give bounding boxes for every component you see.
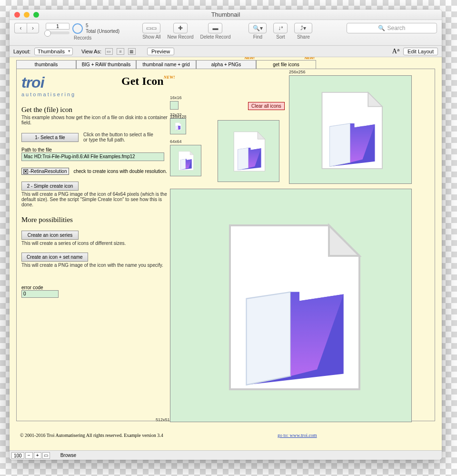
find-label: Find xyxy=(253,34,262,40)
content: thumbnails BIG + RAW thumbnails thumbnai… xyxy=(10,57,442,450)
series-desc: This will create a series of icons of di… xyxy=(21,241,169,246)
footer: © 2001-2016 Troi Automatisering All righ… xyxy=(16,433,435,438)
error-code-field[interactable]: 0 xyxy=(21,290,59,298)
icon-128 xyxy=(218,120,279,182)
size-128-label: 128x128 xyxy=(170,114,187,119)
prev-record-button[interactable]: ‹ xyxy=(14,23,27,33)
status-toggle-button[interactable]: ▭ xyxy=(42,452,50,459)
search-placeholder: Search xyxy=(387,25,405,31)
tab-alpha-png[interactable]: NEW!alpha + PNGs xyxy=(196,60,256,69)
new-badge: NEW! xyxy=(164,75,175,80)
tab-label: thumbnail name + grid xyxy=(142,62,189,67)
new-record-button[interactable]: ✚ xyxy=(173,23,188,33)
checkbox-icon: ✕ xyxy=(23,169,28,174)
size-256-label: 256x256 xyxy=(289,70,306,74)
file-icon xyxy=(306,85,395,174)
search-input[interactable]: 🔍 Search xyxy=(347,23,437,33)
nav-group: ‹ › xyxy=(14,23,39,33)
tabs: thumbnails BIG + RAW thumbnails thumbnai… xyxy=(16,60,442,69)
select-file-button[interactable]: 1- Select a file xyxy=(21,133,79,142)
sort-button[interactable]: ↓ᵃ xyxy=(273,23,288,33)
tab-thumbnails[interactable]: thumbnails xyxy=(16,60,76,69)
icon-32 xyxy=(170,118,186,134)
record-slider[interactable] xyxy=(46,31,70,34)
share-button[interactable]: ⤴▾ xyxy=(294,23,312,33)
layout-select[interactable]: Thumbnails xyxy=(34,48,73,55)
icon-512 xyxy=(170,189,412,422)
create-setname-button[interactable]: Create an icon + set name xyxy=(21,253,88,262)
simple-desc: This will create a PNG image of the icon… xyxy=(21,192,169,207)
create-series-button[interactable]: Create an icon series xyxy=(21,231,79,240)
mode-label: Browse xyxy=(60,453,76,458)
records-label: Records xyxy=(74,35,91,41)
view-table-icon[interactable]: ▦ xyxy=(128,48,136,55)
share-label: Share xyxy=(297,34,310,40)
sort-label: Sort xyxy=(276,34,285,40)
footer-link[interactable]: go to: www.troi.com xyxy=(278,433,317,438)
record-info: 5 Total (Unsorted) xyxy=(86,23,119,34)
icon-256 xyxy=(289,75,412,184)
view-as-label: View As: xyxy=(81,49,101,54)
find-button[interactable]: 🔍▾ xyxy=(248,23,267,33)
edit-layout-button[interactable]: Edit Layout xyxy=(403,48,438,55)
zoom-in-button[interactable]: + xyxy=(34,452,41,459)
show-all-label: Show All xyxy=(142,34,160,40)
section-desc: This example shows how get the icon of a… xyxy=(21,115,169,125)
retina-label: -RetinaResolution xyxy=(29,169,67,174)
titlebar: Thumbnail xyxy=(10,10,442,20)
layout-label: Layout: xyxy=(13,49,30,54)
retina-desc: check to create icons with double resolu… xyxy=(74,169,167,174)
search-icon: 🔍 xyxy=(378,25,385,31)
window-title: Thumbnail xyxy=(10,11,442,18)
clear-all-button[interactable]: Clear all icons xyxy=(248,102,285,110)
tab-body: troi automatisering Get IconNEW! Get the… xyxy=(16,69,435,421)
tab-name-grid[interactable]: thumbnail name + grid xyxy=(136,60,196,69)
size-16-label: 16x16 xyxy=(170,95,182,100)
layout-bar: Layout: Thumbnails View As: ▭ ≡ ▦ Previe… xyxy=(10,46,442,57)
select-file-desc: Click on the button to select a file or … xyxy=(83,132,155,142)
size-64-label: 64x64 xyxy=(170,139,182,144)
tab-label: thumbnails xyxy=(35,62,58,67)
tab-label: get file icons xyxy=(273,62,299,67)
tab-label: alpha + PNGs xyxy=(211,62,241,67)
tab-big-raw[interactable]: BIG + RAW thumbnails xyxy=(76,60,136,69)
zoom-level[interactable]: 100 xyxy=(11,452,24,459)
zoom-out-button[interactable]: − xyxy=(25,452,33,459)
tab-label: BIG + RAW thumbnails xyxy=(82,62,131,67)
toolbar: ‹ › 1 5 Total (Unsorted) Records ▭▭Show … xyxy=(10,20,442,46)
icon-16 xyxy=(170,101,179,110)
status-bar: 100 − + ▭ Browse xyxy=(10,450,442,460)
view-list-icon[interactable]: ≡ xyxy=(117,48,124,55)
page-title: Get IconNEW! xyxy=(121,75,175,88)
next-record-button[interactable]: › xyxy=(27,23,39,33)
delete-record-button[interactable]: ▬ xyxy=(208,23,222,33)
formatting-icon[interactable]: Aᵃ xyxy=(392,47,399,55)
file-icon xyxy=(196,210,386,401)
file-icon xyxy=(226,128,271,174)
delete-record-label: Delete Record xyxy=(200,34,231,40)
records-group: 1 5 Total (Unsorted) Records xyxy=(46,23,119,41)
new-record-label: New Record xyxy=(168,34,194,40)
tab-get-file-icons[interactable]: NEW!get file icons xyxy=(256,60,316,69)
page-title-text: Get Icon xyxy=(121,75,164,87)
record-number[interactable]: 1 xyxy=(46,23,70,30)
preview-area: 16x16 32x32 64x64 128x128 256x256 xyxy=(170,95,417,424)
simple-create-button[interactable]: 2 - Simple create icon xyxy=(21,182,79,191)
retina-checkbox[interactable]: ✕ -RetinaResolution xyxy=(21,168,69,175)
record-total: 5 xyxy=(86,23,119,29)
icon-64 xyxy=(170,145,201,176)
path-input[interactable]: Mac HD:Troi-File-Plug-in8.6:All File Exa… xyxy=(21,152,164,161)
record-sort-state: Total (Unsorted) xyxy=(86,29,119,34)
file-icon xyxy=(175,150,197,172)
show-all-button[interactable]: ▭▭ xyxy=(142,23,160,33)
file-icon xyxy=(174,122,182,131)
search-group: 🔍 Search xyxy=(319,23,437,33)
copyright: © 2001-2016 Troi Automatisering All righ… xyxy=(20,433,163,438)
app-window: Thumbnail ‹ › 1 5 Total (Unsorted) Recor… xyxy=(10,10,442,460)
setname-desc: This will create a PNG image of the icon… xyxy=(21,263,169,268)
pie-icon xyxy=(72,23,83,34)
view-form-icon[interactable]: ▭ xyxy=(105,48,113,55)
preview-button[interactable]: Preview xyxy=(147,48,174,55)
